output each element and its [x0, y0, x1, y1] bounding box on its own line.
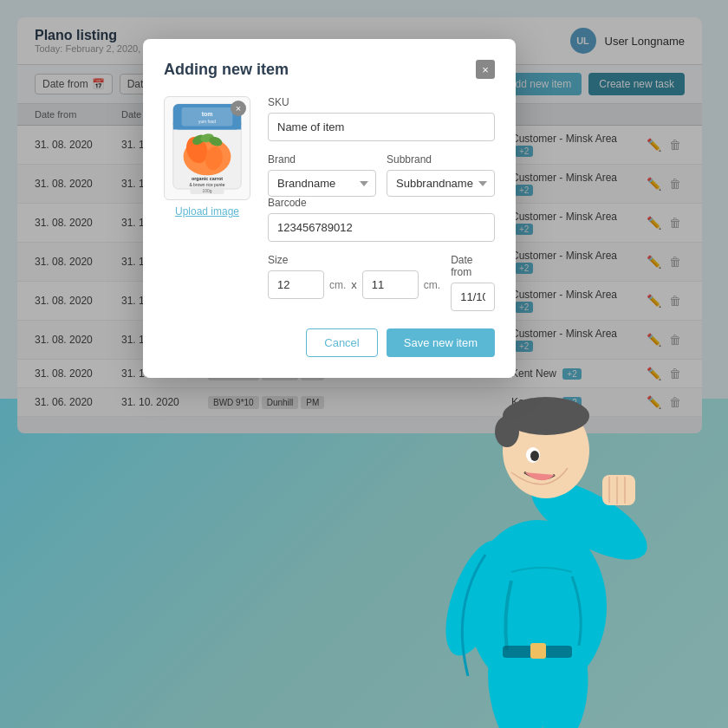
svg-rect-31 [530, 643, 546, 659]
subbrand-group: Subbrand Subbrandname [387, 153, 495, 197]
upload-image-link[interactable]: Upload image [164, 205, 250, 218]
svg-point-23 [495, 416, 519, 447]
modal-footer: Cancel Save new item [164, 328, 495, 357]
barcode-group: Barcode [268, 197, 495, 242]
modal-header: Adding new item × [164, 60, 495, 79]
image-upload-box: tom yum food organic carrot & brown rice… [164, 96, 250, 200]
modal-image-section: tom yum food organic carrot & brown rice… [164, 96, 250, 311]
svg-text:& brown rice purée: & brown rice purée [189, 183, 224, 187]
sku-group: SKU [268, 96, 495, 141]
date-from-label: Date from [451, 254, 495, 278]
size-x-separator: x [351, 278, 357, 291]
brand-subbrand-row: Brand Brandname Subbrand Subbrandname [268, 153, 495, 197]
image-remove-button[interactable]: × [231, 101, 246, 116]
size-height-input[interactable] [362, 270, 419, 299]
add-item-modal: Adding new item × tom yum food [143, 39, 516, 378]
modal-title: Adding new item [164, 61, 289, 79]
barcode-input[interactable] [268, 213, 495, 242]
svg-point-25 [530, 451, 539, 461]
svg-text:yum food: yum food [198, 120, 216, 124]
save-new-item-button[interactable]: Save new item [387, 328, 495, 357]
svg-text:100g: 100g [203, 189, 212, 193]
brand-label: Brand [268, 153, 376, 166]
brand-select[interactable]: Brandname [268, 170, 376, 197]
cancel-button[interactable]: Cancel [306, 328, 377, 357]
sku-label: SKU [268, 96, 495, 108]
brand-group: Brand Brandname [268, 153, 376, 197]
size-label: Size [268, 254, 440, 266]
svg-rect-26 [602, 475, 635, 505]
barcode-label: Barcode [268, 197, 495, 209]
svg-text:organic carrot: organic carrot [192, 176, 223, 181]
subbrand-select[interactable]: Subbrandname [387, 170, 495, 197]
size-date-row: Size cm. x cm. Date from [268, 254, 495, 311]
modal-form: SKU Brand Brandname Subbrand Subbrandnam… [268, 96, 495, 311]
date-from-input[interactable] [451, 283, 495, 311]
size-width-input[interactable] [268, 270, 324, 299]
subbrand-label: Subbrand [387, 153, 495, 166]
size-group: Size cm. x cm. [268, 254, 440, 311]
modal-close-button[interactable]: × [476, 60, 495, 79]
size-inputs-row: cm. x cm. [268, 270, 440, 299]
sku-input[interactable] [268, 113, 495, 141]
size-unit-w: cm. [329, 279, 346, 291]
size-unit-h: cm. [424, 279, 440, 291]
svg-text:tom: tom [202, 111, 213, 117]
modal-body: tom yum food organic carrot & brown rice… [164, 96, 495, 311]
date-from-group: Date from [451, 254, 495, 311]
